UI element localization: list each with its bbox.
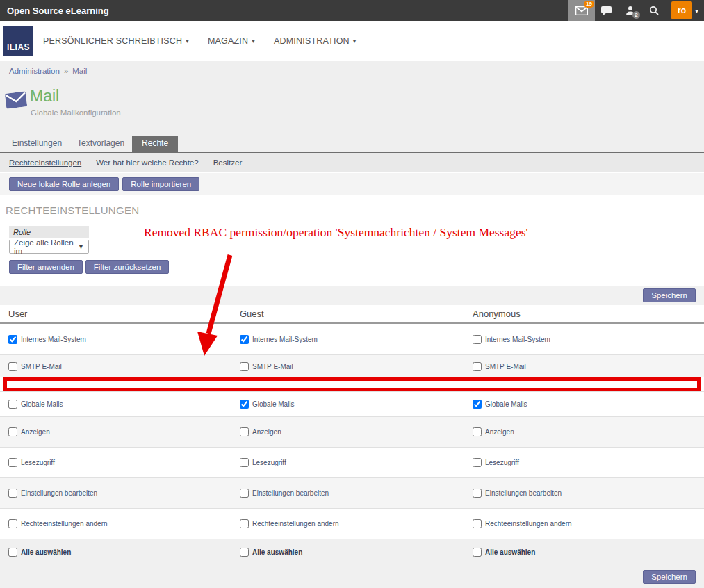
permission-cell: Alle auswählen xyxy=(240,548,473,557)
permission-row: Einstellungen bearbeitenEinstellungen be… xyxy=(0,477,704,508)
save-button-top[interactable]: Speichern xyxy=(643,288,696,302)
permission-row: LesezugriffLesezugriffLesezugriff xyxy=(0,447,704,477)
permission-row: AnzeigenAnzeigenAnzeigen xyxy=(0,416,704,447)
search-icon xyxy=(649,6,659,15)
permission-checkbox-anonymous[interactable] xyxy=(473,362,482,371)
permission-checkbox-user[interactable] xyxy=(8,335,17,344)
online-badge: 2 xyxy=(632,11,640,19)
who-is-online-button[interactable]: 2 xyxy=(619,0,642,21)
subtab-besitzer[interactable]: Besitzer xyxy=(213,158,243,167)
permission-cell: Einstellungen bearbeiten xyxy=(240,489,473,498)
permission-checkbox-guest[interactable] xyxy=(240,458,249,467)
permission-checkbox-guest[interactable] xyxy=(240,489,249,498)
breadcrumb-administration[interactable]: Administration xyxy=(9,67,60,75)
new-local-role-button[interactable]: Neue lokale Rolle anlegen xyxy=(9,177,119,191)
permission-checkbox-anonymous[interactable] xyxy=(473,489,482,498)
nav-item-label: ADMINISTRATION xyxy=(274,36,350,46)
permission-label: Internes Mail-System xyxy=(252,336,318,343)
topbar: Open Source eLearning 19 xyxy=(0,0,704,21)
permission-checkbox-guest[interactable] xyxy=(240,335,249,344)
permission-label: Alle auswählen xyxy=(252,548,302,556)
permission-checkbox-anonymous[interactable] xyxy=(473,458,482,467)
section-title: RECHTEEINSTELLUNGEN xyxy=(6,204,704,216)
permission-checkbox-user[interactable] xyxy=(8,548,17,557)
permission-checkbox-guest[interactable] xyxy=(240,362,249,371)
permission-row: SMTP E-MailSMTP E-MailSMTP E-Mail xyxy=(0,354,704,377)
permission-cell: Einstellungen bearbeiten xyxy=(8,489,240,498)
permission-checkbox-guest[interactable] xyxy=(240,427,249,436)
breadcrumb-separator: » xyxy=(64,67,68,75)
subtab-rechteeinstellungen[interactable]: Rechteeinstellungen xyxy=(9,158,81,167)
nav-item-label: PERSÖNLICHER SCHREIBTISCH xyxy=(43,36,182,46)
subtab-wer-hat-welche-rechte[interactable]: Wer hat hier welche Rechte? xyxy=(96,158,198,167)
permission-label: Globale Mails xyxy=(485,400,527,408)
permission-checkbox-user[interactable] xyxy=(8,400,17,409)
page-header: Mail Globale Mailkonfiguration xyxy=(0,81,704,136)
permission-cell: Internes Mail-System xyxy=(473,335,704,344)
page-title: Mail xyxy=(30,87,59,106)
permission-cell: Anzeigen xyxy=(473,427,704,436)
nav-item-personal-desktop[interactable]: PERSÖNLICHER SCHREIBTISCH ▾ xyxy=(43,36,189,46)
user-menu-button[interactable]: ro xyxy=(671,1,692,19)
permission-cell: Anzeigen xyxy=(240,427,473,436)
permission-cell: Internes Mail-System xyxy=(240,335,473,344)
permission-checkbox-guest[interactable] xyxy=(240,548,249,557)
permission-label: Einstellungen bearbeiten xyxy=(485,489,562,497)
column-header-user: User xyxy=(8,309,240,319)
permission-checkbox-anonymous[interactable] xyxy=(473,335,482,344)
nav-item-repository[interactable]: MAGAZIN ▾ xyxy=(208,36,255,46)
chat-button[interactable] xyxy=(595,0,619,21)
nav-item-administration[interactable]: ADMINISTRATION ▾ xyxy=(274,36,357,46)
nav-items: PERSÖNLICHER SCHREIBTISCH ▾ MAGAZIN ▾ AD… xyxy=(43,21,357,61)
permission-label: Anzeigen xyxy=(252,428,281,436)
tab-einstellungen[interactable]: Einstellungen xyxy=(4,136,69,152)
search-button[interactable] xyxy=(642,0,666,21)
permission-checkbox-guest[interactable] xyxy=(240,400,249,409)
save-button-bottom[interactable]: Speichern xyxy=(643,570,696,584)
permission-label: Rechteeinstellungen ändern xyxy=(21,520,108,528)
reset-filter-button[interactable]: Filter zurücksetzen xyxy=(85,260,170,274)
permission-cell: Globale Mails xyxy=(240,400,473,409)
permission-label: SMTP E-Mail xyxy=(485,363,526,370)
permissions-table: Speichern User Guest Anonymous Internes … xyxy=(0,286,704,588)
app-title: Open Source eLearning xyxy=(0,6,109,16)
permission-checkbox-anonymous[interactable] xyxy=(473,427,482,436)
permission-checkbox-anonymous[interactable] xyxy=(473,519,482,528)
permission-label: Rechteeinstellungen ändern xyxy=(485,520,572,528)
page-subtitle: Globale Mailkonfiguration xyxy=(31,108,121,117)
filter-buttons: Filter anwenden Filter zurücksetzen xyxy=(9,260,704,274)
role-filter-select[interactable]: Zeige alle Rollen im ▼ xyxy=(9,240,89,254)
permission-label: Anzeigen xyxy=(21,428,50,436)
apply-filter-button[interactable]: Filter anwenden xyxy=(9,260,83,274)
user-menu-caret-icon[interactable]: ▾ xyxy=(692,7,704,15)
role-toolbar: Neue lokale Rolle anlegen Rolle importie… xyxy=(0,173,704,195)
tab-textvorlagen[interactable]: Textvorlagen xyxy=(69,136,132,152)
role-filter-label: Rolle xyxy=(9,226,89,238)
permission-label: SMTP E-Mail xyxy=(21,363,62,370)
permission-checkbox-user[interactable] xyxy=(8,427,17,436)
ilias-logo[interactable]: ILIAS xyxy=(3,26,33,56)
permission-checkbox-anonymous[interactable] xyxy=(473,400,482,409)
permission-cell: Einstellungen bearbeiten xyxy=(473,489,704,498)
permission-cell: Lesezugriff xyxy=(240,458,473,467)
mail-button[interactable]: 19 xyxy=(568,0,595,21)
permission-label: SMTP E-Mail xyxy=(252,363,293,370)
breadcrumb-mail[interactable]: Mail xyxy=(72,67,87,75)
tab-rechte[interactable]: Rechte xyxy=(132,136,178,152)
permission-checkbox-user[interactable] xyxy=(8,489,17,498)
import-role-button[interactable]: Rolle importieren xyxy=(122,177,199,191)
permission-cell: Alle auswählen xyxy=(8,548,240,557)
permission-cell: Globale Mails xyxy=(8,400,240,409)
permission-checkbox-anonymous[interactable] xyxy=(473,548,482,557)
permission-checkbox-user[interactable] xyxy=(8,362,17,371)
chevron-down-icon: ▾ xyxy=(186,38,189,44)
permission-cell: Lesezugriff xyxy=(473,458,704,467)
removed-row-divider xyxy=(7,384,697,384)
table-toolbar-bottom: Speichern xyxy=(0,565,704,588)
permission-label: Einstellungen bearbeiten xyxy=(252,489,329,497)
permission-checkbox-user[interactable] xyxy=(8,519,17,528)
subtab-bar: Rechteeinstellungen Wer hat hier welche … xyxy=(0,153,704,172)
permission-checkbox-guest[interactable] xyxy=(240,519,249,528)
mail-badge: 19 xyxy=(584,1,594,8)
permission-checkbox-user[interactable] xyxy=(8,458,17,467)
